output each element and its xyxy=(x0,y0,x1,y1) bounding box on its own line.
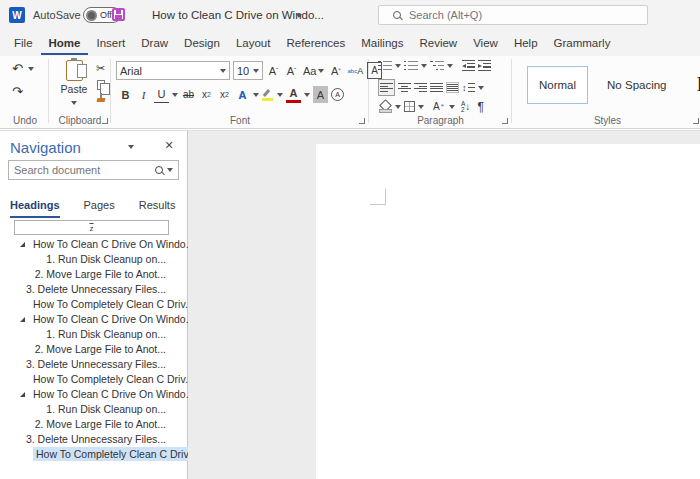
collapse-triangle-icon[interactable] xyxy=(20,317,25,322)
nav-heading-item[interactable]: How To Completely Clean C Driv... xyxy=(0,447,187,462)
menu-tab-draw[interactable]: Draw xyxy=(133,32,176,55)
align-center-icon[interactable] xyxy=(398,82,411,93)
shading-icon[interactable] xyxy=(378,100,392,113)
nav-tab-headings[interactable]: Headings xyxy=(10,195,60,218)
menu-tab-home[interactable]: Home xyxy=(41,32,89,55)
highlight-button[interactable] xyxy=(262,89,274,101)
font-name-dropdown-icon[interactable] xyxy=(220,69,226,73)
nav-heading-item[interactable]: How To Clean C Drive On Windo... xyxy=(0,312,187,327)
document-search[interactable] xyxy=(8,160,179,180)
clipboard-dialog-launcher[interactable] xyxy=(102,118,108,124)
nav-heading-item[interactable]: 2. Move Large File to Anot... xyxy=(0,342,187,357)
menu-tab-references[interactable]: References xyxy=(278,32,353,55)
nav-heading-item[interactable]: How To Completely Clean C Driv... xyxy=(0,372,187,387)
borders-dropdown-icon[interactable] xyxy=(418,105,424,109)
numbering-icon[interactable] xyxy=(404,60,418,71)
enclose-characters-button[interactable]: A xyxy=(331,88,344,101)
redo-button[interactable]: ↷ xyxy=(10,83,25,100)
nav-empty-heading[interactable]: z xyxy=(0,220,187,237)
bullets-icon[interactable] xyxy=(378,60,392,71)
multilevel-dropdown-icon[interactable] xyxy=(447,64,453,68)
menu-tab-grammarly[interactable]: Grammarly xyxy=(546,32,619,55)
nav-heading-item[interactable]: 1. Run Disk Cleanup on... xyxy=(0,402,187,417)
nav-heading-item[interactable]: 3. Delete Unnecessary Files... xyxy=(0,282,187,297)
nav-heading-item[interactable]: 2. Move Large File to Anot... xyxy=(0,267,187,282)
italic-button[interactable]: I xyxy=(136,86,151,103)
text-effects-dropdown-icon[interactable] xyxy=(253,93,259,97)
style-item[interactable]: Normal xyxy=(527,66,588,104)
asian-layout-button[interactable]: A* xyxy=(431,98,446,115)
strikethrough-button[interactable]: ab xyxy=(181,86,196,103)
paste-dropdown-icon[interactable] xyxy=(71,101,77,105)
search-options-dropdown-icon[interactable] xyxy=(167,168,173,172)
menu-tab-layout[interactable]: Layout xyxy=(228,32,279,55)
style-item[interactable]: He xyxy=(686,66,700,104)
phonetic-guide-button[interactable]: abcA xyxy=(346,62,364,79)
decrease-indent-icon[interactable] xyxy=(462,60,475,71)
nav-heading-item[interactable]: 2. Move Large File to Anot... xyxy=(0,417,187,432)
style-item[interactable]: No Spacing xyxy=(596,66,677,104)
character-shading-button[interactable]: A xyxy=(313,86,328,103)
undo-button[interactable]: ↶ xyxy=(10,60,25,77)
highlight-dropdown-icon[interactable] xyxy=(277,93,283,97)
paragraph-dialog-launcher[interactable] xyxy=(502,118,508,124)
styles-dialog-launcher[interactable] xyxy=(693,118,699,124)
nav-heading-item[interactable]: How To Clean C Drive On Windo... xyxy=(0,237,187,252)
change-case-dropdown-icon[interactable] xyxy=(318,69,324,73)
paste-button[interactable]: Paste xyxy=(57,60,91,107)
save-icon[interactable] xyxy=(112,8,125,21)
nav-heading-item[interactable]: How To Completely Clean C Driv... xyxy=(0,297,187,312)
align-left-button[interactable] xyxy=(378,79,395,96)
numbering-dropdown-icon[interactable] xyxy=(421,64,427,68)
distribute-icon[interactable] xyxy=(446,82,459,93)
shrink-font-button[interactable]: Aˇ xyxy=(284,62,299,79)
undo-dropdown-icon[interactable] xyxy=(28,67,34,71)
font-size-combobox[interactable]: 10 xyxy=(233,61,263,80)
format-painter-icon[interactable] xyxy=(95,93,107,104)
borders-icon[interactable] xyxy=(404,101,415,112)
nav-heading-item[interactable]: 3. Delete Unnecessary Files... xyxy=(0,432,187,447)
align-right-icon[interactable] xyxy=(414,82,427,93)
subscript-button[interactable]: x2 xyxy=(199,86,214,103)
collapse-triangle-icon[interactable] xyxy=(20,242,25,247)
global-search-input[interactable] xyxy=(409,9,609,21)
line-spacing-dropdown-icon[interactable] xyxy=(478,86,484,90)
bold-button[interactable]: B xyxy=(118,86,133,103)
change-case-button[interactable]: Aa xyxy=(302,62,325,79)
underline-dropdown-icon[interactable] xyxy=(172,93,178,97)
title-dropdown-icon[interactable] xyxy=(296,14,302,18)
justify-icon[interactable] xyxy=(430,82,443,93)
sort-button[interactable]: A2↓ xyxy=(461,101,470,112)
copy-icon[interactable] xyxy=(97,80,105,90)
show-hide-marks-button[interactable]: ¶ xyxy=(473,98,488,115)
underline-button[interactable]: U xyxy=(154,86,169,103)
text-effects-button[interactable]: A xyxy=(235,86,250,103)
menu-tab-view[interactable]: View xyxy=(465,32,506,55)
document-search-input[interactable] xyxy=(14,164,155,176)
asian-layout-dropdown-icon[interactable] xyxy=(449,105,455,109)
clear-formatting-button[interactable]: A* xyxy=(328,62,343,79)
menu-tab-insert[interactable]: Insert xyxy=(88,32,133,55)
grow-font-button[interactable]: Aˆ xyxy=(266,62,281,79)
font-name-combobox[interactable]: Arial xyxy=(116,61,230,80)
close-icon[interactable]: × xyxy=(165,137,173,153)
nav-heading-item[interactable]: How To Clean C Drive On Windo... xyxy=(0,387,187,402)
menu-tab-design[interactable]: Design xyxy=(176,32,228,55)
nav-tab-results[interactable]: Results xyxy=(139,195,176,218)
document-page[interactable] xyxy=(316,144,700,479)
superscript-button[interactable]: x2 xyxy=(217,86,232,103)
nav-heading-item[interactable]: 1. Run Disk Cleanup on... xyxy=(0,327,187,342)
menu-tab-review[interactable]: Review xyxy=(411,32,465,55)
menu-tab-file[interactable]: File xyxy=(6,32,41,55)
nav-heading-item[interactable]: 3. Delete Unnecessary Files... xyxy=(0,357,187,372)
multilevel-list-icon[interactable] xyxy=(430,60,444,71)
line-spacing-icon[interactable]: ↕ xyxy=(462,83,475,93)
bullets-dropdown-icon[interactable] xyxy=(395,64,401,68)
navigation-options-icon[interactable] xyxy=(128,145,134,149)
font-color-dropdown-icon[interactable] xyxy=(304,93,310,97)
menu-tab-help[interactable]: Help xyxy=(506,32,546,55)
font-color-button[interactable]: A xyxy=(286,86,301,103)
global-search[interactable] xyxy=(378,5,648,25)
cut-icon[interactable]: ✂ xyxy=(93,60,108,77)
font-dialog-launcher[interactable] xyxy=(359,118,365,124)
